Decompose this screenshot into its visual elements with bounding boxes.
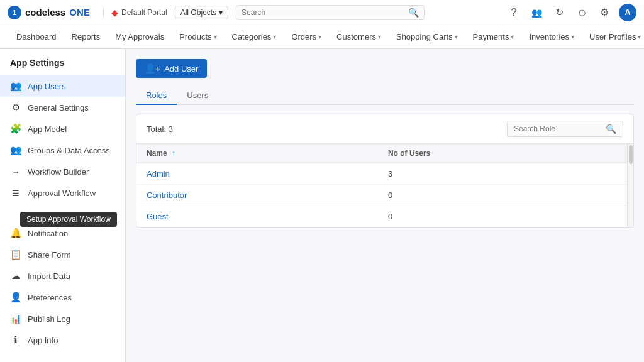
products-arrow-icon: ▾ — [214, 33, 217, 40]
menu-item-approvals[interactable]: My Approvals — [109, 28, 170, 45]
add-user-label: Add User — [164, 64, 198, 74]
help-icon[interactable]: ? — [506, 4, 522, 21]
menu-item-payments[interactable]: Payments ▾ — [467, 28, 521, 45]
sidebar-label-groups-data-access: Groups & Data Access — [28, 146, 110, 155]
column-name-label: Name — [147, 149, 167, 158]
menu-label-shopping-carts: Shopping Carts — [396, 32, 453, 41]
objects-dropdown[interactable]: All Objects ▾ — [175, 6, 228, 19]
sidebar-item-preferences[interactable]: 👤 Preferences — [0, 287, 125, 308]
search-input[interactable] — [242, 8, 404, 17]
sidebar-title: App Settings — [0, 58, 125, 75]
tooltip-text: Setup Approval Workflow — [26, 215, 111, 224]
sidebar-item-approval-workflow[interactable]: ☰ Approval Workflow — [0, 182, 125, 204]
column-header-user-count: No of Users — [378, 144, 627, 163]
add-user-button[interactable]: 👤+ Add User — [136, 59, 207, 78]
sidebar-label-app-users: App Users — [28, 82, 66, 91]
search-role-box: 🔍 — [507, 121, 623, 137]
sidebar-item-app-model[interactable]: 🧩 App Model — [0, 118, 125, 140]
menu-item-reports[interactable]: Reports — [65, 28, 107, 45]
menu-label-categories: Categories — [232, 32, 272, 41]
role-user-count-cell: 3 — [378, 163, 627, 185]
inventories-arrow-icon: ▾ — [571, 33, 574, 40]
refresh-icon[interactable]: ↻ — [551, 4, 567, 21]
sidebar-item-workflow-builder[interactable]: ↔ Workflow Builder — [0, 161, 125, 182]
search-role-icon: 🔍 — [606, 124, 616, 134]
categories-arrow-icon: ▾ — [273, 33, 276, 40]
publish-log-icon: 📊 — [10, 313, 21, 324]
menu-item-shopping-carts[interactable]: Shopping Carts ▾ — [390, 28, 464, 45]
logo: 1 codelessONE — [8, 6, 96, 19]
menu-item-inventories[interactable]: Inventories ▾ — [523, 28, 580, 45]
history-icon[interactable]: ◷ — [574, 4, 590, 21]
portal-icon: ◆ — [111, 8, 118, 18]
orders-arrow-icon: ▾ — [318, 33, 321, 40]
menu-label-inventories: Inventories — [529, 32, 569, 41]
menu-label-products: Products — [179, 32, 211, 41]
logo-text-left: codeless — [25, 7, 65, 18]
sidebar-item-publish-log[interactable]: 📊 Publish Log — [0, 308, 125, 329]
payments-arrow-icon: ▾ — [511, 33, 514, 40]
share-form-icon: 📋 — [10, 249, 21, 260]
sidebar-item-share-form[interactable]: 📋 Share Form — [0, 244, 125, 265]
avatar[interactable]: A — [619, 4, 636, 21]
sidebar-label-import-data: Import Data — [28, 272, 70, 281]
menu-item-dashboard[interactable]: Dashboard — [10, 28, 63, 45]
table-header-row: Total: 3 🔍 — [136, 114, 633, 144]
menu-item-user-profiles[interactable]: User Profiles ▾ — [583, 28, 644, 45]
role-name-link[interactable]: Contributor — [147, 190, 187, 200]
search-role-input[interactable] — [514, 124, 602, 133]
users-icon[interactable]: 👥 — [528, 4, 545, 21]
tab-roles-label: Roles — [146, 90, 167, 100]
portal-badge[interactable]: ◆ Default Portal — [103, 8, 167, 18]
role-name-cell: Admin — [136, 163, 378, 185]
sidebar-label-preferences: Preferences — [28, 293, 72, 302]
menu-item-orders[interactable]: Orders ▾ — [285, 28, 328, 45]
scroll-thumb — [629, 145, 633, 164]
logo-text-right: ONE — [69, 7, 90, 18]
sidebar: App Settings 👥 App Users ⚙ General Setti… — [0, 49, 126, 362]
sidebar-item-general-settings[interactable]: ⚙ General Settings — [0, 97, 125, 118]
sidebar-label-notification: Notification — [28, 229, 68, 238]
table-card: Total: 3 🔍 Name ↑ — [136, 114, 634, 228]
sidebar-label-publish-log: Publish Log — [28, 314, 70, 324]
menu-label-reports: Reports — [72, 32, 101, 41]
portal-label: Default Portal — [121, 8, 167, 17]
role-name-link[interactable]: Guest — [147, 212, 169, 221]
column-header-name[interactable]: Name ↑ — [136, 144, 378, 163]
menu-nav: Dashboard Reports My Approvals Products … — [0, 25, 644, 49]
top-bar: 1 codelessONE ◆ Default Portal All Objec… — [0, 0, 644, 25]
menu-item-categories[interactable]: Categories ▾ — [226, 28, 283, 45]
column-user-count-label: No of Users — [388, 149, 430, 158]
app-info-icon: ℹ — [10, 334, 21, 346]
sidebar-label-general-settings: General Settings — [28, 103, 89, 112]
scroll-bar[interactable] — [627, 144, 633, 227]
menu-label-orders: Orders — [291, 32, 316, 41]
notification-icon: 🔔 — [10, 228, 21, 239]
role-name-link[interactable]: Admin — [147, 169, 170, 178]
sidebar-item-groups-data-access[interactable]: 👥 Groups & Data Access — [0, 140, 125, 161]
search-icon: 🔍 — [408, 8, 419, 18]
tooltip-popup: Setup Approval Workflow — [20, 212, 117, 227]
menu-label-approvals: My Approvals — [115, 32, 164, 41]
approval-workflow-icon: ☰ — [10, 187, 21, 199]
tab-roles[interactable]: Roles — [136, 87, 177, 105]
menu-item-products[interactable]: Products ▾ — [173, 28, 223, 45]
sidebar-item-app-users[interactable]: 👥 App Users — [0, 75, 125, 97]
tab-users-label: Users — [187, 90, 208, 100]
table-wrapper: Name ↑ No of Users Admin 3 — [136, 144, 633, 227]
sidebar-item-import-data[interactable]: ☁ Import Data — [0, 265, 125, 287]
content-area: 👤+ Add User Roles Users Total: 3 🔍 — [126, 49, 644, 362]
tab-users[interactable]: Users — [177, 87, 218, 105]
shopping-carts-arrow-icon: ▾ — [455, 33, 458, 40]
customers-arrow-icon: ▾ — [378, 33, 381, 40]
general-settings-icon: ⚙ — [10, 102, 21, 113]
main-layout: App Settings 👥 App Users ⚙ General Setti… — [0, 49, 644, 362]
sidebar-label-app-info: App Info — [28, 336, 58, 345]
add-user-icon: 👤+ — [145, 63, 160, 74]
settings-icon[interactable]: ⚙ — [596, 4, 613, 21]
menu-item-customers[interactable]: Customers ▾ — [330, 28, 387, 45]
sidebar-item-app-info[interactable]: ℹ App Info — [0, 329, 125, 351]
sort-arrow-icon: ↑ — [172, 149, 175, 158]
objects-dropdown-label: All Objects — [180, 8, 216, 17]
menu-label-customers: Customers — [336, 32, 376, 41]
